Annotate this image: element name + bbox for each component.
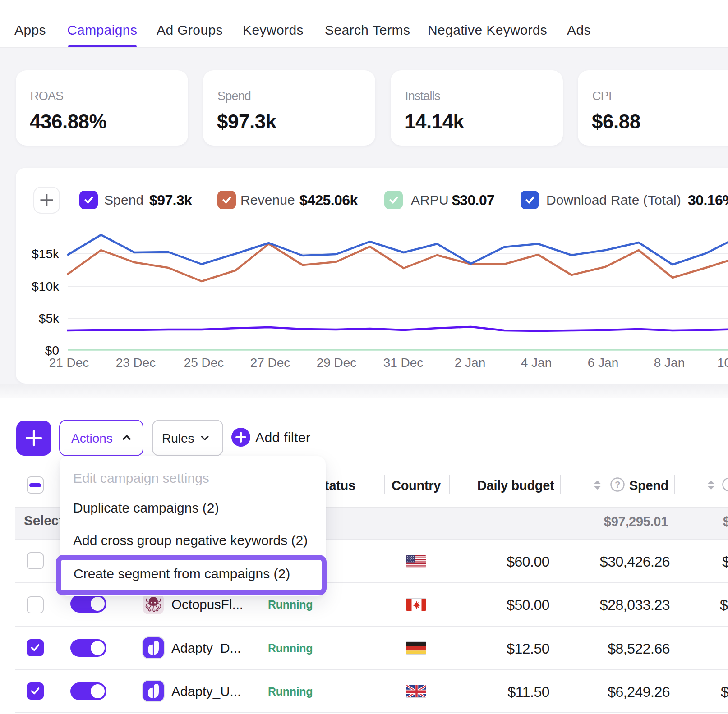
svg-text:29 Dec: 29 Dec <box>317 356 357 370</box>
svg-text:23 Dec: 23 Dec <box>116 356 156 370</box>
svg-text:25 Dec: 25 Dec <box>184 356 224 370</box>
svg-text:21 Dec: 21 Dec <box>49 356 89 370</box>
svg-text:2 Jan: 2 Jan <box>455 356 486 370</box>
svg-text:$15k: $15k <box>32 247 60 261</box>
svg-text:$5k: $5k <box>39 311 60 325</box>
svg-text:10 Jan: 10 Jan <box>717 356 728 370</box>
svg-text:6 Jan: 6 Jan <box>588 356 619 370</box>
svg-text:$10k: $10k <box>32 279 60 293</box>
svg-text:8 Jan: 8 Jan <box>654 356 685 370</box>
svg-text:27 Dec: 27 Dec <box>250 356 290 370</box>
svg-text:4 Jan: 4 Jan <box>521 356 552 370</box>
svg-text:31 Dec: 31 Dec <box>383 356 424 370</box>
svg-text:?: ? <box>615 480 620 490</box>
